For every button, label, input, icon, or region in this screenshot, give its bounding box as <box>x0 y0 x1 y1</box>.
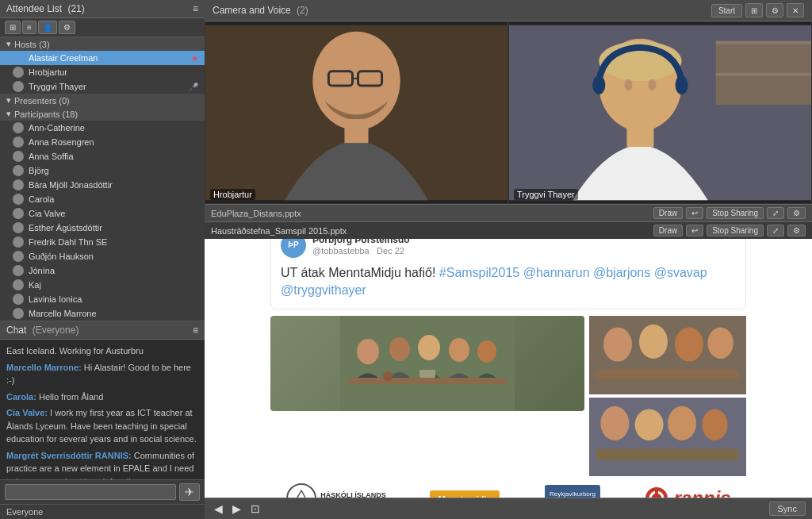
svg-point-33 <box>600 406 629 440</box>
chat-message: Margrét Sverrisdóttir RANNIS: Communitie… <box>6 449 198 480</box>
stop-sharing-button-bottom[interactable]: Stop Sharing <box>707 225 764 236</box>
attendee-item[interactable]: Cia Valve <box>0 206 205 221</box>
video-person-left <box>205 22 508 203</box>
video-label-left: Hrobjartur <box>210 189 255 200</box>
video-feeds: Hrobjartur <box>205 21 812 204</box>
attendee-avatar <box>13 279 24 290</box>
tweet-meta: Þorbjörg Þorsteinsdó @tobbastebba Dec 22 <box>312 239 410 256</box>
chat-input[interactable] <box>5 484 176 500</box>
attendee-avatar <box>13 208 24 219</box>
attendee-item[interactable]: Ann-Catherine <box>0 121 205 135</box>
svg-point-30 <box>707 328 733 359</box>
ppt-photo-small-top <box>589 316 746 394</box>
chat-message: Carola: Hello from Åland <box>6 390 198 404</box>
attendee-item[interactable]: Hrobjartur <box>0 65 205 79</box>
attendee-person-btn[interactable]: 👤 <box>38 21 57 34</box>
svg-point-14 <box>624 79 632 90</box>
attendee-item[interactable]: Marcello Marrone <box>0 306 205 321</box>
attendee-item[interactable]: Tryggvi Thayer 🎤 <box>0 79 205 94</box>
ppt-photo-main <box>270 316 584 411</box>
attendee-avatar <box>13 236 24 248</box>
svg-point-36 <box>702 409 727 441</box>
attendee-item[interactable]: Anna Soffia <box>0 149 205 163</box>
attendee-header: Attendee List (21) ≡ <box>0 0 205 18</box>
logo-reykjavik: Reykjavíkurborg Skóla- og frístundasvið <box>545 485 600 498</box>
share-bar-controls-top: Draw ↩ Stop Sharing ⤢ ⚙ <box>653 207 806 219</box>
chat-message: Marcello Marrone: Hi Alastair! Good to b… <box>6 361 198 387</box>
svg-point-20 <box>418 335 440 360</box>
svg-rect-31 <box>596 371 739 379</box>
prev-button[interactable]: ◀ <box>211 501 226 517</box>
attendee-avatar <box>13 165 24 176</box>
svg-rect-5 <box>344 119 368 143</box>
attendee-avatar <box>13 222 24 233</box>
fullscreen-button[interactable]: ⊡ <box>247 501 263 517</box>
attendee-avatar <box>13 122 24 133</box>
grid-view-button[interactable]: ⊞ <box>745 3 763 17</box>
mic-badge: 🎤 <box>189 83 198 91</box>
svg-point-24 <box>383 371 393 381</box>
attendee-avatar <box>13 294 24 305</box>
chat-header: Chat (Everyone) ≡ <box>0 321 205 340</box>
svg-point-34 <box>635 409 664 441</box>
attendee-item[interactable]: Björg <box>0 163 205 178</box>
attendee-toolbar: ⊞ ≡ 👤 ⚙ <box>0 18 205 37</box>
svg-text:Menntamidja: Menntamidja <box>439 494 492 498</box>
attendee-item[interactable]: Carola <box>0 192 205 206</box>
tweet-text: UT átak MenntaMidju hafiő! #Samspil2015 … <box>281 264 736 300</box>
draw-button-bottom[interactable]: Draw <box>653 225 683 236</box>
settings-button-bottom[interactable]: ⚙ <box>787 225 806 236</box>
attendee-avatar <box>13 67 24 78</box>
attendee-avatar <box>13 81 24 92</box>
undo-button-top[interactable]: ↩ <box>686 207 703 219</box>
attendee-item[interactable]: Guðjón Haukson <box>0 249 205 263</box>
next-button[interactable]: ▶ <box>229 501 244 517</box>
attendee-item[interactable]: Jónína <box>0 263 205 278</box>
start-button[interactable]: Start <box>711 4 742 17</box>
attendee-list-btn[interactable]: ≡ <box>22 21 36 34</box>
share-bar-bottom: Hausträðstefna_Samspil 2015.pptx Draw ↩ … <box>205 221 812 239</box>
attendee-item[interactable]: Fredrik Dahl Thn SE <box>0 235 205 249</box>
video-person-right <box>509 22 811 203</box>
chat-send-button[interactable]: ✈ <box>179 483 200 501</box>
video-label-right: Tryggvi Thayer <box>514 189 578 200</box>
chat-input-row: ✈ <box>0 479 205 504</box>
attendee-avatar <box>13 136 24 148</box>
presenters-group-label: ▾ Presenters (0) <box>0 94 205 107</box>
expand-button-bottom[interactable]: ⤢ <box>767 225 784 236</box>
video-feed-left: Hrobjartur <box>205 21 508 204</box>
attendee-item[interactable]: Bára Mjöll Jónasdóttir <box>0 178 205 192</box>
sync-button[interactable]: Sync <box>769 502 806 516</box>
tweet-avatar: ÞP <box>281 239 306 258</box>
svg-point-28 <box>639 325 668 359</box>
presentation-area: ÞP Þorbjörg Þorsteinsdó @tobbastebba Dec… <box>205 239 812 498</box>
attendee-item[interactable]: Anna Rosengren <box>0 135 205 149</box>
stop-sharing-button-top[interactable]: Stop Sharing <box>707 207 764 219</box>
svg-point-12 <box>592 75 605 94</box>
attendee-menu-icon[interactable]: ≡ <box>193 3 198 14</box>
attendee-item[interactable]: Esther Ágústsdóttir <box>0 221 205 235</box>
undo-button-bottom[interactable]: ↩ <box>686 225 703 236</box>
chat-menu-icon[interactable]: ≡ <box>193 325 198 336</box>
expand-button-top[interactable]: ⤢ <box>767 207 784 219</box>
participants-group-label: ▾ Participants (18) <box>0 107 205 121</box>
attendee-section: Attendee List (21) ≡ ⊞ ≡ 👤 ⚙ ▾ Hosts (3)… <box>0 0 205 321</box>
attendee-item[interactable]: Kaj <box>0 278 205 292</box>
attendee-item[interactable]: Alastair Creelman ★ <box>0 51 205 65</box>
attendee-item[interactable]: Lavinia Ionica <box>0 292 205 306</box>
svg-point-29 <box>675 328 703 362</box>
svg-rect-8 <box>716 41 811 44</box>
camera-close-button[interactable]: ✕ <box>787 3 804 17</box>
chat-section: Chat (Everyone) ≡ East Iceland. Working … <box>0 321 205 519</box>
camera-settings-button[interactable]: ⚙ <box>766 3 783 17</box>
chat-messages: East Iceland. Working for AusturbruMarce… <box>0 340 205 479</box>
svg-point-18 <box>357 339 379 364</box>
attendee-settings-btn[interactable]: ⚙ <box>59 21 75 34</box>
svg-rect-37 <box>596 449 739 460</box>
chat-everyone-bar: Everyone <box>0 504 205 519</box>
attendee-avatar <box>13 179 24 190</box>
draw-button-top[interactable]: Draw <box>653 207 683 219</box>
attendee-grid-btn[interactable]: ⊞ <box>5 21 21 34</box>
chat-message: East Iceland. Working for Austurbru <box>6 344 198 358</box>
settings-button-top[interactable]: ⚙ <box>787 207 806 219</box>
